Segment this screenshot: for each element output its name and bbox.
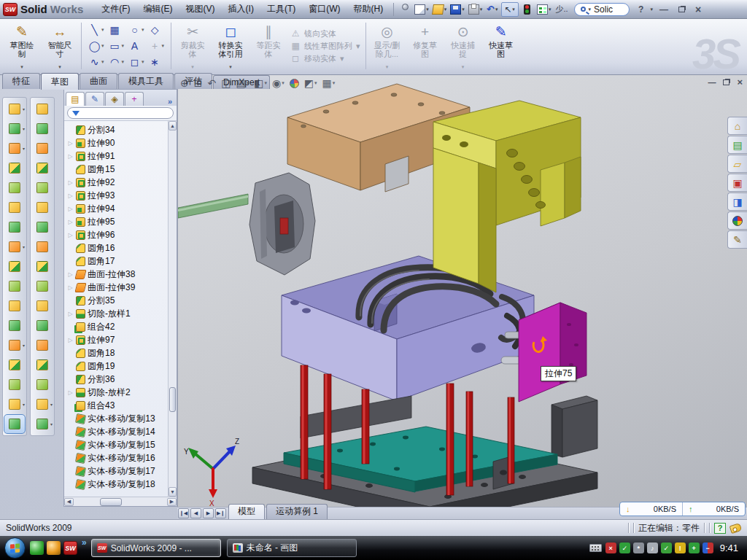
expand-arrow-icon[interactable]: ▷ <box>67 337 74 343</box>
tree-item[interactable]: 分割35 <box>66 294 168 307</box>
sketch-entity-area-select[interactable]: ▦ <box>107 22 126 38</box>
taskbar-window-0[interactable]: SWSolidWorks 2009 - ... <box>91 539 221 557</box>
first-tab-button[interactable]: ❙◀ <box>178 508 189 518</box>
tree-item[interactable]: ▷拉伸96 <box>66 228 168 241</box>
toolbar-button-construction-geometry[interactable] <box>4 376 25 394</box>
side-block-magenta[interactable] <box>519 303 587 402</box>
search-box[interactable]: ▾ Solic <box>574 3 630 16</box>
toolbar-button-insert-reference[interactable]: ▾ <box>4 336 25 354</box>
toolbar-button-elbow-surface[interactable] <box>32 277 53 295</box>
sketch-entity-point[interactable]: ∗ <box>147 54 166 70</box>
hud-zoom-to-area[interactable]: ⊞ <box>194 77 203 89</box>
scroll-thumb[interactable] <box>169 387 176 412</box>
tree-item[interactable]: ▷曲面-拉伸39 <box>66 281 168 294</box>
task-pane-appearances[interactable] <box>727 211 747 230</box>
expand-arrow-icon[interactable]: ▷ <box>67 206 74 212</box>
expand-arrow-icon[interactable]: ▷ <box>67 219 74 225</box>
graphics-tool-icon[interactable]: ✓ <box>661 542 672 553</box>
tree-item[interactable]: ▷拉伸95 <box>66 215 168 228</box>
sketch-entity-ellipse[interactable]: ○▾ <box>127 22 146 38</box>
options-button[interactable]: ▾ <box>536 2 553 17</box>
toolbar-button-surface-body[interactable] <box>32 257 53 276</box>
quick-launch-chevron[interactable]: » <box>82 537 87 548</box>
nozzle-rod-green[interactable] <box>178 194 248 218</box>
toolbar-button-parting-line[interactable] <box>32 100 53 118</box>
sync-status-icon[interactable]: − <box>703 542 713 553</box>
hud-view-settings[interactable]: ▦▾ <box>322 77 335 89</box>
toolbar-button-combine-bodies[interactable] <box>4 277 25 295</box>
cm-button-convert-entities[interactable]: ◻转换实 体引用▾ <box>212 20 249 71</box>
tree-item[interactable]: ▷曲面-拉伸38 <box>66 268 168 281</box>
tree-item[interactable]: 实体-移动/复制17 <box>66 464 168 478</box>
start-button[interactable] <box>4 537 26 559</box>
health-plus-icon[interactable]: + <box>689 542 700 553</box>
tree-item[interactable]: 组合42 <box>66 320 168 333</box>
toolbar-button-move-copy-body[interactable] <box>4 316 25 335</box>
menu-item-6[interactable]: 帮助(H) <box>347 1 390 18</box>
rebuild-button[interactable] <box>520 2 535 17</box>
sketch-entity-spline[interactable]: ∿▾ <box>87 54 106 70</box>
sketch-entity-arc[interactable]: ◠▾ <box>107 54 126 70</box>
doc-tab-0[interactable]: 模型 <box>228 504 265 519</box>
cm-button-smart-dimension[interactable]: ↔智能尺 寸▾ <box>41 20 79 71</box>
toolbar-button-planar-surface[interactable] <box>32 218 53 236</box>
tree-item[interactable]: ▷拉伸97 <box>66 333 168 346</box>
scroll-down-icon[interactable]: ▼ <box>169 487 177 497</box>
expand-arrow-icon[interactable]: ▷ <box>67 271 74 278</box>
solidworks-shortcut-icon[interactable]: SW <box>63 541 77 555</box>
tab-sketch[interactable]: 草图 <box>41 73 79 90</box>
toolbar-button-curve[interactable]: ▾ <box>4 395 25 413</box>
sketch-entity-line[interactable]: ╲▾ <box>87 22 106 38</box>
toolbar-button-chamfer[interactable] <box>4 159 25 177</box>
volume-icon[interactable]: ♪ <box>647 542 658 553</box>
open-file-button[interactable]: ▾ <box>432 2 449 17</box>
sketch-entity-polygon[interactable]: ◇ <box>147 22 166 38</box>
tree-item[interactable]: ▷拉伸94 <box>66 202 168 215</box>
menu-item-4[interactable]: 工具(T) <box>260 1 302 18</box>
task-pane-file-explorer[interactable]: ▱ <box>727 155 747 173</box>
toolbar-button-tooling-clamp[interactable] <box>32 139 53 158</box>
tab-features[interactable]: 特征 <box>2 73 40 89</box>
tree-item[interactable]: 实体-移动/复制13 <box>66 412 168 425</box>
tree-item[interactable]: ▷拉伸90 <box>66 136 168 149</box>
hud-previous-view[interactable]: ↶ <box>207 77 216 89</box>
toolbar-button-boundary-surface[interactable] <box>32 238 53 256</box>
tree-item[interactable]: ▷切除-放样2 <box>66 386 168 399</box>
toolbar-button-mold-base[interactable] <box>32 159 53 177</box>
fetion-icon[interactable] <box>47 541 61 555</box>
messenger-icon[interactable] <box>30 541 44 555</box>
task-pane-custom-properties[interactable]: ✎ <box>727 230 747 249</box>
tree-item[interactable]: 实体-移动/复制16 <box>66 451 168 464</box>
tree-item[interactable]: 圆角15 <box>66 163 168 176</box>
taskbar-window-1[interactable]: 未命名 - 画图 <box>227 539 357 557</box>
expand-arrow-icon[interactable]: ▷ <box>67 140 74 147</box>
expand-arrow-icon[interactable]: ▷ <box>67 179 74 186</box>
toolbar-button-cavity-block[interactable] <box>32 297 53 315</box>
panel-tab-0[interactable]: ▤ <box>66 92 85 106</box>
task-pane-view-palette[interactable]: ◨ <box>727 192 747 211</box>
print-button[interactable]: ▾ <box>468 2 484 17</box>
hud-section-view[interactable]: ◫ <box>221 77 231 89</box>
tree-item[interactable]: ▷拉伸92 <box>66 176 168 189</box>
sketch-entity-slot[interactable]: ◻▾ <box>127 54 146 70</box>
menu-item-3[interactable]: 插入(I) <box>222 1 260 18</box>
hud-zoom-fit[interactable]: ⊕ <box>180 77 189 89</box>
toolbar-button-rib[interactable] <box>4 257 25 276</box>
toolbar-button-linear-pattern[interactable]: ▾ <box>4 238 25 256</box>
toolbar-button-instant3d[interactable] <box>4 415 25 433</box>
toolbar-button-split-body[interactable] <box>4 297 25 315</box>
tree-item[interactable]: 分割36 <box>66 373 168 386</box>
tree-item[interactable]: 圆角16 <box>66 241 168 254</box>
model-canvas[interactable]: Y Z X <box>178 75 747 507</box>
toolbar-button-insert-point[interactable]: ▾ <box>32 395 53 413</box>
cm-button-sketch-pencil[interactable]: ✎草图绘 制▾ <box>3 20 41 71</box>
hud-apply-scene[interactable]: ◩▾ <box>304 77 317 89</box>
tab-surfaces[interactable]: 曲面 <box>80 73 117 89</box>
panel-tab-1[interactable]: ✎ <box>85 92 104 106</box>
undo-button[interactable]: ↶▾ <box>485 2 500 17</box>
expand-arrow-icon[interactable]: ▷ <box>67 192 74 199</box>
clamp-plate-olive[interactable] <box>433 101 581 292</box>
minimize-button[interactable]: — <box>655 4 673 15</box>
hud-hide-show-items[interactable]: ◉▾ <box>272 77 285 89</box>
tree-item[interactable]: 组合43 <box>66 399 168 412</box>
